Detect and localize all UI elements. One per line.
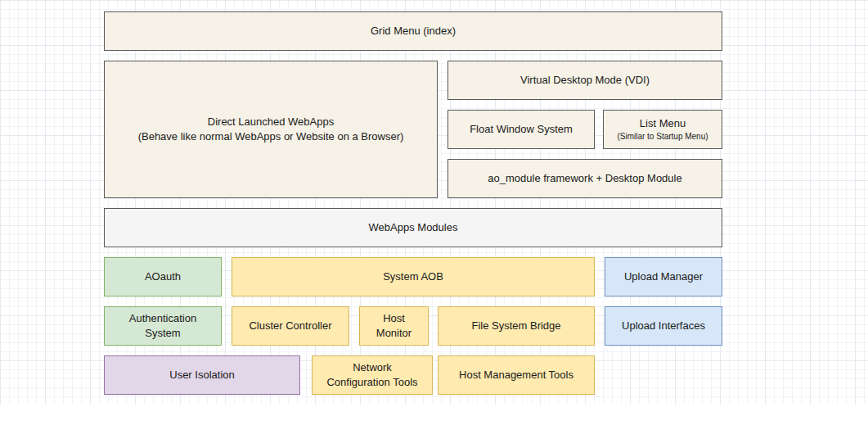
node-list-menu-label: List Menu [640,116,686,131]
node-user-isolation: User Isolation [104,355,300,395]
node-aoauth-label: AOauth [145,269,181,284]
node-upload-interfaces: Upload Interfaces [605,306,722,346]
node-cluster-controller: Cluster Controller [232,306,349,346]
node-host-monitor: Host Monitor [359,306,429,346]
node-virtual-desktop-mode-label: Virtual Desktop Mode (VDI) [520,73,650,88]
node-upload-interfaces-label: Upload Interfaces [622,319,705,333]
node-host-monitor-label: Host Monitor [376,311,412,341]
node-webapps-modules-label: WebApps Modules [369,220,458,235]
node-system-aob-label: System AOB [383,269,443,284]
node-float-window-system: Float Window System [447,110,595,149]
node-upload-manager-label: Upload Manager [624,269,703,284]
node-network-configuration-tools: Network Configuration Tools [312,355,433,395]
node-authentication-system-label: Authentication System [129,311,196,341]
node-system-aob: System AOB [232,257,595,296]
node-direct-launched-webapps: Direct Launched WebApps (Behave like nor… [104,61,438,198]
node-list-menu-sublabel: (Similar to Startup Menu) [617,131,708,143]
diagram-canvas: Grid Menu (index) Direct Launched WebApp… [0,0,868,430]
node-upload-manager: Upload Manager [605,257,722,296]
node-host-management-tools: Host Management Tools [438,355,595,395]
node-ao-module-framework-label: ao_module framework + Desktop Module [488,171,681,186]
node-network-configuration-tools-label: Network Configuration Tools [326,360,417,390]
node-user-isolation-label: User Isolation [169,368,234,382]
node-webapps-modules: WebApps Modules [104,208,722,247]
node-virtual-desktop-mode: Virtual Desktop Mode (VDI) [447,61,722,100]
node-float-window-system-label: Float Window System [470,122,573,137]
node-grid-menu: Grid Menu (index) [104,11,722,51]
node-cluster-controller-label: Cluster Controller [249,319,331,333]
node-direct-launched-webapps-label: Direct Launched WebApps (Behave like nor… [138,115,404,144]
node-aoauth: AOauth [104,257,222,296]
node-grid-menu-label: Grid Menu (index) [371,24,456,38]
page-edge [0,404,868,430]
node-host-management-tools-label: Host Management Tools [459,368,573,382]
node-ao-module-framework: ao_module framework + Desktop Module [447,159,722,198]
node-list-menu: List Menu (Similar to Startup Menu) [603,110,722,149]
node-file-system-bridge: File System Bridge [438,306,595,346]
node-file-system-bridge-label: File System Bridge [471,319,560,333]
node-authentication-system: Authentication System [104,306,222,346]
